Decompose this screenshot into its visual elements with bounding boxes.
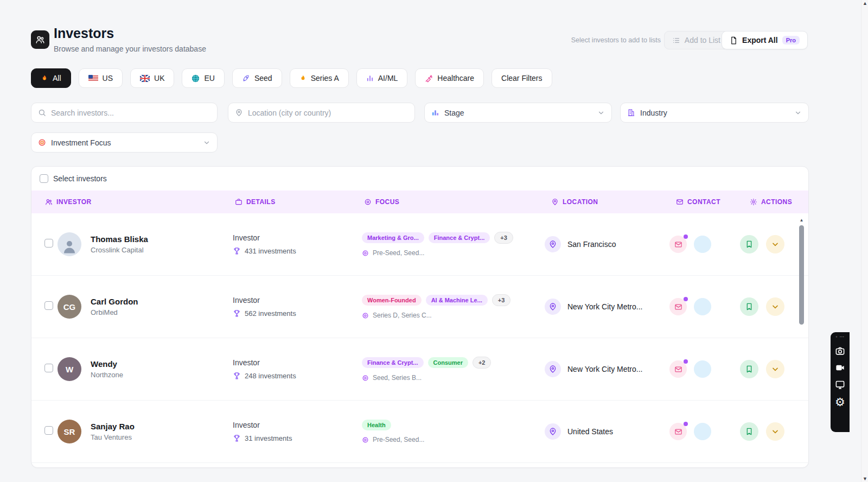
stage-list: Seed, Series B...	[373, 374, 422, 382]
bookmark-button[interactable]	[740, 422, 758, 441]
people-icon	[45, 198, 53, 206]
scroll-up-arrow-icon[interactable]: ▲	[861, 1, 868, 6]
email-button[interactable]	[669, 236, 687, 253]
chevron-down-icon	[771, 302, 780, 311]
monitor-icon[interactable]	[835, 379, 845, 390]
trophy-icon	[233, 372, 241, 380]
filter-chip-us[interactable]: US	[79, 68, 123, 88]
filter-chip-all[interactable]: All	[31, 68, 71, 88]
email-button[interactable]	[669, 360, 687, 378]
investor-type: Investor	[233, 233, 362, 242]
filter-chip-aiml[interactable]: AI/ML	[356, 68, 408, 88]
email-button[interactable]	[669, 423, 687, 440]
chevron-down-icon	[771, 427, 780, 436]
column-header-contact: CONTACT	[669, 198, 740, 206]
filter-chip-series-a[interactable]: Series A	[290, 68, 349, 88]
export-all-button[interactable]: Export All Pro	[722, 31, 808, 49]
investor-type: Investor	[233, 358, 362, 367]
row-checkbox[interactable]	[44, 426, 53, 435]
industry-dropdown[interactable]: Industry	[620, 103, 809, 123]
column-header-location: LOCATION	[545, 198, 669, 206]
location-pin-icon	[545, 423, 561, 440]
table-row: W Wendy Northzone Investor 248 investmen…	[31, 338, 808, 401]
investor-type: Investor	[233, 296, 362, 305]
bookmark-button[interactable]	[740, 297, 758, 316]
gear-icon	[750, 198, 757, 206]
map-pin-icon	[235, 109, 243, 117]
expand-row-button[interactable]	[766, 297, 784, 316]
scroll-down-arrow-icon[interactable]: ▼	[861, 476, 868, 481]
stage-list: Pre-Seed, Seed...	[373, 249, 424, 257]
target-icon	[362, 436, 369, 443]
investor-name[interactable]: Sanjay Rao	[91, 422, 135, 431]
clear-filters-button[interactable]: Clear Filters	[492, 68, 552, 88]
filter-chip-uk[interactable]: UK	[130, 68, 174, 88]
focus-tag: +3	[492, 294, 511, 306]
bookmark-button[interactable]	[740, 235, 758, 253]
bookmark-button[interactable]	[740, 360, 758, 378]
investor-name[interactable]: Thomas Bliska	[91, 234, 148, 244]
email-button[interactable]	[669, 298, 687, 315]
gear-icon[interactable]: ⚙	[835, 396, 845, 408]
table-scrollbar-thumb[interactable]	[799, 225, 804, 325]
bar-chart-icon	[366, 74, 374, 82]
focus-tag: Marketing & Gro...	[362, 232, 424, 243]
scroll-up-arrow-icon[interactable]: ▲	[799, 218, 805, 223]
us-flag-icon	[88, 75, 98, 82]
expand-row-button[interactable]	[766, 235, 784, 253]
focus-tags: Finance & Crypt...Consumer+2	[362, 357, 545, 369]
rocket-icon	[242, 74, 250, 83]
filter-chip-seed[interactable]: Seed	[232, 68, 282, 88]
search-investors-input[interactable]	[51, 109, 210, 117]
list-icon	[672, 36, 680, 45]
location-text: United States	[567, 427, 613, 436]
investors-page: Investors Browse and manage your investo…	[0, 0, 868, 482]
bookmark-icon	[745, 302, 754, 311]
add-to-list-button[interactable]: Add to List	[664, 31, 729, 49]
envelope-icon	[674, 303, 682, 311]
location-input[interactable]	[248, 109, 408, 117]
filter-chip-eu[interactable]: EU	[182, 68, 224, 88]
target-icon	[362, 250, 369, 257]
linkedin-button[interactable]	[694, 423, 711, 440]
stage-list: Series D, Series C...	[373, 312, 432, 319]
expand-row-button[interactable]	[766, 422, 784, 441]
avatar	[58, 232, 81, 256]
location-field[interactable]	[228, 103, 415, 123]
table-scrollbar[interactable]: ▲	[799, 218, 805, 464]
focus-tags: Marketing & Gro...Finance & Crypt...+3	[362, 232, 545, 244]
table-row: SR Sanjay Rao Tau Ventures Investor 31 i…	[31, 401, 808, 463]
target-icon	[362, 312, 369, 319]
select-all-checkbox[interactable]	[40, 174, 48, 183]
stage-dropdown[interactable]: Stage	[424, 103, 612, 123]
page-title: Investors	[54, 26, 114, 41]
bookmark-icon	[745, 240, 754, 249]
investor-name[interactable]: Carl Gordon	[91, 297, 138, 306]
video-camera-icon[interactable]	[835, 363, 845, 373]
building-icon	[627, 109, 635, 117]
investor-name[interactable]: Wendy	[91, 359, 123, 369]
column-header-details: DETAILS	[233, 198, 362, 206]
expand-row-button[interactable]	[766, 360, 784, 378]
chevron-down-icon	[771, 365, 780, 373]
investment-focus-dropdown[interactable]: Investment Focus	[31, 132, 218, 153]
linkedin-button[interactable]	[694, 298, 711, 315]
ellipsis-icon[interactable]: ◦ ⋯	[835, 334, 844, 339]
investment-count: 248 investments	[245, 372, 296, 380]
linkedin-button[interactable]	[694, 236, 711, 253]
row-checkbox[interactable]	[44, 301, 53, 310]
row-checkbox[interactable]	[44, 364, 53, 372]
focus-tag: +3	[494, 232, 513, 244]
linkedin-button[interactable]	[694, 360, 711, 378]
focus-tag: Health	[362, 420, 391, 430]
table-header-row: INVESTOR DETAILS FOCUS LOCATION CONTACT …	[31, 191, 808, 213]
page-scrollbar[interactable]: ▲ ▼	[861, 0, 868, 482]
location-text: New York City Metro...	[567, 302, 643, 311]
investors-app-icon	[31, 30, 49, 49]
location-text: New York City Metro...	[567, 365, 643, 373]
search-investors-field[interactable]	[31, 103, 218, 123]
location-text: San Francisco	[567, 240, 616, 249]
row-checkbox[interactable]	[44, 239, 53, 248]
filter-chip-healthcare[interactable]: Healthcare	[415, 68, 484, 88]
camera-icon[interactable]	[835, 346, 845, 356]
